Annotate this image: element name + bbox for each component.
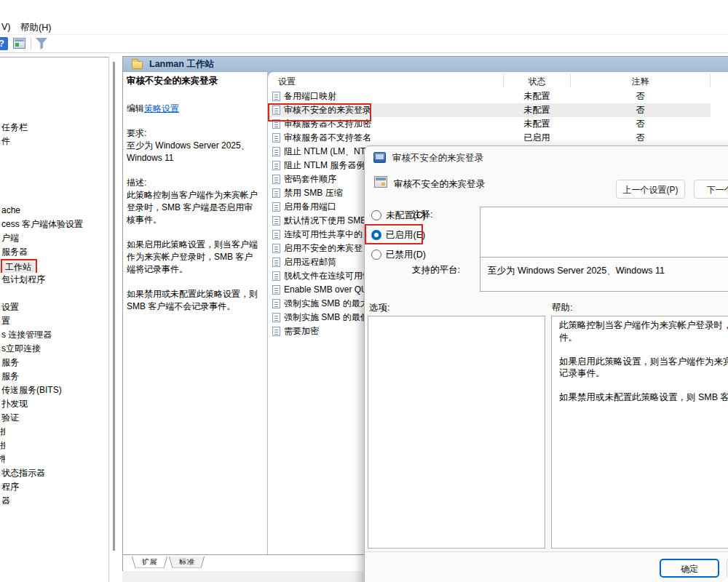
tree-item-label[interactable]: 置 (0, 316, 10, 326)
tree-item-label[interactable]: 件 (0, 136, 10, 146)
setting-name[interactable]: 连续可用性共享中的 (284, 228, 363, 242)
setting-name[interactable]: 禁用 SMB 压缩 (284, 186, 343, 200)
setting-name[interactable]: 启用不安全的来宾登 (284, 242, 363, 255)
previous-setting-button[interactable]: 上一个设置(P) (616, 180, 685, 199)
tree-item[interactable]: 扑发现 (0, 397, 109, 411)
policy-icon (272, 105, 280, 115)
setting-name[interactable]: 默认情况下使用 SMB (284, 214, 366, 228)
tree-item[interactable]: 服务 (0, 356, 109, 370)
tree-item-label[interactable]: 工作站 (1, 259, 37, 273)
setting-name[interactable]: 强制实施 SMB 的最大 (284, 297, 369, 311)
policy-icon (272, 188, 280, 198)
policy-icon (272, 230, 280, 239)
tree-item-label[interactable]: 传送服务(BITS) (0, 385, 62, 395)
tree-item-label[interactable]: 验证 (0, 412, 19, 423)
tree-item-label[interactable]: 状态指示器 (0, 468, 45, 478)
radio-disabled[interactable]: 已禁用(D) (371, 247, 426, 263)
column-separator[interactable] (570, 74, 571, 87)
tree-item[interactable]: 器 (0, 494, 109, 508)
tree-item[interactable]: 户端 (0, 231, 109, 245)
tree-item[interactable]: 服务器 (0, 245, 109, 259)
tree-item[interactable]: 带 (0, 453, 109, 466)
tree-item-label[interactable]: 服务 (0, 371, 19, 381)
setting-name[interactable]: 启用远程邮筒 (284, 255, 336, 269)
tree-item-label[interactable]: 服务器 (0, 247, 28, 257)
edit-policy-link[interactable]: 策略设置 (144, 103, 179, 113)
settings-row[interactable]: 审核服务器不支持签名已启用否 (268, 131, 728, 145)
tree-item-lanman-workstation[interactable]: 工作站 (0, 259, 109, 273)
tree-item[interactable]: 接 (0, 439, 109, 453)
setting-name[interactable]: Enable SMB over QU (284, 283, 368, 297)
show-window-icon[interactable] (13, 38, 25, 49)
filter-icon[interactable] (36, 38, 47, 49)
radio-circle[interactable] (371, 210, 381, 220)
setting-name[interactable]: 阻止 NTLM (LM、NT (284, 145, 365, 159)
setting-name[interactable]: 需要加密 (284, 324, 319, 338)
tree-scrollbar-thumb[interactable] (113, 62, 115, 551)
setting-name[interactable]: 强制实施 SMB 的最低 (284, 311, 369, 324)
tree-item[interactable]: 验证 (0, 411, 109, 425)
policy-setting-icon (374, 176, 387, 188)
tree-item[interactable]: 接 (0, 425, 109, 439)
next-setting-button[interactable]: 下一个设置(N) (694, 180, 728, 199)
help-icon[interactable]: ? (0, 37, 8, 50)
description-label: 描述: (127, 177, 261, 189)
setting-name[interactable]: 密码套件顺序 (284, 172, 336, 186)
tree-item[interactable]: ache (0, 204, 109, 218)
tree-item[interactable]: s立即连接 (0, 342, 109, 356)
dialog-titlebar[interactable]: 审核不安全的来宾登录 (365, 146, 728, 170)
column-header-status[interactable]: 状态 (504, 76, 570, 88)
tree-item[interactable]: 件 (0, 135, 109, 148)
tree-item[interactable]: 程序 (0, 480, 109, 494)
tree-item-label[interactable]: s立即连接 (0, 343, 41, 354)
tree-item-label[interactable]: 程序 (0, 482, 19, 492)
tree-item-label[interactable]: 服务 (0, 357, 19, 367)
tree-item[interactable]: s 连接管理器 (0, 328, 109, 342)
tree-item-label[interactable]: 扑发现 (0, 399, 28, 409)
setting-name[interactable]: 阻止 NTLM 服务器例 (284, 159, 365, 172)
tree-item[interactable]: 状态指示器 (0, 466, 109, 480)
tree-item-label[interactable]: 设置 (0, 302, 19, 312)
tree-item-label[interactable]: ache (0, 205, 20, 215)
column-header-comment[interactable]: 注释 (571, 76, 710, 88)
tree-item-label[interactable]: 接 (0, 425, 5, 439)
tree-item-label[interactable]: s 连接管理器 (0, 330, 52, 340)
tree-item-label[interactable]: 任务栏 (0, 122, 28, 132)
setting-name[interactable]: 备用端口映射 (284, 89, 336, 103)
comment-textarea[interactable] (480, 207, 728, 258)
tree-item-label[interactable]: cess 客户端体验设置 (0, 219, 83, 229)
policy-icon (272, 133, 280, 143)
policy-icon (272, 119, 280, 129)
column-separator[interactable] (710, 74, 711, 87)
tab-extended[interactable]: 扩展 (132, 557, 167, 567)
column-separator[interactable] (503, 74, 504, 87)
tree-item-label[interactable]: 带 (0, 453, 5, 466)
tab-standard[interactable]: 标准 (169, 557, 205, 567)
tree-item[interactable]: 置 (0, 314, 109, 328)
setting-name[interactable]: 启用备用端口 (284, 200, 336, 214)
setting-name[interactable]: 审核服务器不支持签名 (284, 131, 371, 145)
description-paragraph: 如果禁用或未配置此策略设置，则 SMB 客户端不会记录事件。 (127, 288, 261, 313)
tree-item[interactable]: 设置 (0, 300, 109, 314)
settings-row[interactable]: 审核服务器不支持加密未配置否 (268, 117, 728, 131)
menu-item-view[interactable]: V) (1, 22, 11, 32)
tree-item[interactable]: 包计划程序 (0, 273, 109, 287)
setting-name[interactable]: 审核不安全的来宾登录 (284, 103, 371, 117)
settings-row[interactable]: 审核不安全的来宾登录未配置否 (268, 103, 711, 117)
tree-item[interactable]: cess 客户端体验设置 (0, 218, 109, 231)
setting-name[interactable]: 审核服务器不支持加密 (284, 117, 371, 131)
tree-item[interactable]: 传送服务(BITS) (0, 383, 109, 397)
tree-item-label[interactable]: 器 (0, 495, 10, 506)
tree-item-label[interactable]: 户端 (0, 233, 19, 243)
tree-item-label[interactable]: 接 (0, 439, 5, 453)
radio-circle[interactable] (371, 250, 381, 260)
settings-row[interactable]: 备用端口映射未配置否 (268, 89, 728, 103)
dialog-policy-name: 审核不安全的来宾登录 (394, 178, 485, 191)
tree-item[interactable]: 服务 (0, 370, 109, 383)
ok-button[interactable]: 确定 (660, 559, 719, 578)
column-header-settings[interactable]: 设置 (278, 76, 296, 88)
setting-name[interactable]: 脱机文件在连续可用性 (284, 269, 371, 283)
menu-item-help[interactable]: 帮助(H) (20, 22, 51, 34)
tree-item[interactable]: 任务栏 (0, 121, 109, 135)
tree-item-label[interactable]: 包计划程序 (0, 274, 45, 284)
